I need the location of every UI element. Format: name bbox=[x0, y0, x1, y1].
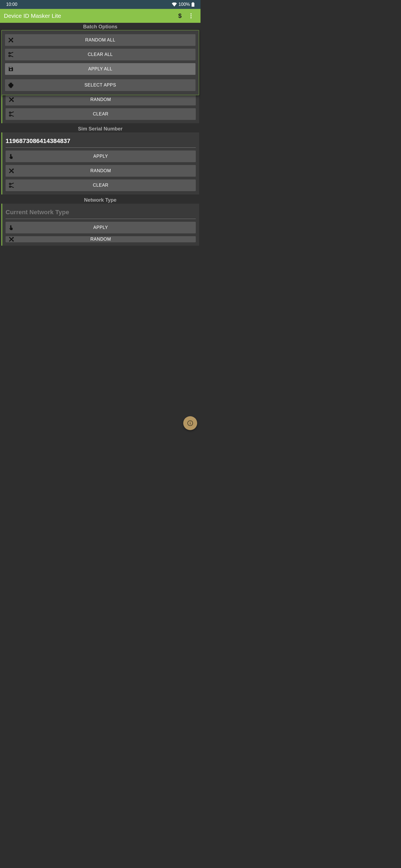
svg-rect-1 bbox=[193, 2, 194, 3]
dollar-icon[interactable]: $ bbox=[174, 10, 185, 22]
shuffle-icon bbox=[8, 96, 15, 103]
sim-clear-label: CLEAR bbox=[6, 183, 196, 188]
select-apps-label: SELECT APPS bbox=[5, 83, 196, 88]
network-random-label: RANDOM bbox=[6, 237, 196, 242]
network-apply-label: APPLY bbox=[6, 225, 196, 230]
touch-icon bbox=[8, 153, 15, 159]
shuffle-icon bbox=[8, 236, 15, 242]
sim-apply-label: APPLY bbox=[6, 154, 196, 159]
info-fab[interactable] bbox=[183, 416, 197, 430]
sim-random-label: RANDOM bbox=[6, 168, 196, 173]
network-header: Network Type bbox=[0, 196, 200, 204]
svg-rect-12 bbox=[190, 422, 191, 422]
touch-icon bbox=[8, 224, 15, 230]
clear-label: CLEAR bbox=[6, 112, 196, 117]
scissors-icon bbox=[8, 182, 15, 188]
svg-point-8 bbox=[10, 69, 12, 71]
clear-all-label: CLEAR ALL bbox=[5, 52, 196, 57]
sim-apply-button[interactable]: APPLY bbox=[6, 151, 196, 162]
svg-rect-11 bbox=[190, 423, 191, 424]
shuffle-icon bbox=[8, 168, 15, 174]
battery-icon bbox=[192, 2, 194, 7]
save-icon bbox=[8, 66, 14, 72]
network-card: APPLY RANDOM bbox=[1, 204, 199, 246]
status-bar: 10:00 100% bbox=[0, 0, 200, 9]
content-area: Batch Options APPLY RANDOM CLEAR bbox=[0, 23, 200, 246]
shuffle-icon bbox=[8, 37, 14, 43]
random-all-label: RANDOM ALL bbox=[5, 37, 196, 42]
overflow-menu-icon[interactable] bbox=[185, 10, 197, 22]
scissors-icon bbox=[8, 111, 15, 117]
clear-button[interactable]: CLEAR bbox=[6, 108, 196, 120]
app-title: Device ID Masker Lite bbox=[4, 12, 174, 19]
scissors-icon bbox=[8, 52, 14, 58]
select-apps-button[interactable]: SELECT APPS bbox=[5, 79, 196, 91]
wifi-icon bbox=[172, 2, 177, 6]
info-icon bbox=[187, 420, 193, 426]
batch-options-header: Batch Options bbox=[0, 23, 200, 30]
battery-percent: 100% bbox=[178, 2, 190, 7]
network-random-button[interactable]: RANDOM bbox=[6, 236, 196, 242]
status-right: 100% bbox=[172, 2, 194, 7]
svg-rect-0 bbox=[192, 3, 194, 7]
android-icon bbox=[8, 82, 14, 88]
sim-serial-input[interactable] bbox=[6, 136, 196, 148]
sim-random-button[interactable]: RANDOM bbox=[6, 165, 196, 177]
sim-card: APPLY RANDOM CLEAR bbox=[1, 132, 199, 194]
random-button[interactable]: RANDOM bbox=[6, 94, 196, 105]
status-time: 10:00 bbox=[6, 2, 17, 7]
app-bar: Device ID Masker Lite $ bbox=[0, 9, 200, 23]
batch-options-panel: RANDOM ALL CLEAR ALL APPLY ALL SELECT AP… bbox=[1, 30, 199, 95]
apply-all-button[interactable]: APPLY ALL bbox=[5, 63, 196, 75]
random-all-button[interactable]: RANDOM ALL bbox=[5, 34, 196, 46]
svg-rect-9 bbox=[9, 67, 12, 68]
random-label: RANDOM bbox=[6, 97, 196, 102]
sim-clear-button[interactable]: CLEAR bbox=[6, 180, 196, 191]
apply-all-label: APPLY ALL bbox=[5, 66, 196, 71]
clear-all-button[interactable]: CLEAR ALL bbox=[5, 49, 196, 60]
sim-header: Sim Serial Number bbox=[0, 125, 200, 132]
network-type-input[interactable] bbox=[6, 207, 196, 219]
network-apply-button[interactable]: APPLY bbox=[6, 222, 196, 234]
